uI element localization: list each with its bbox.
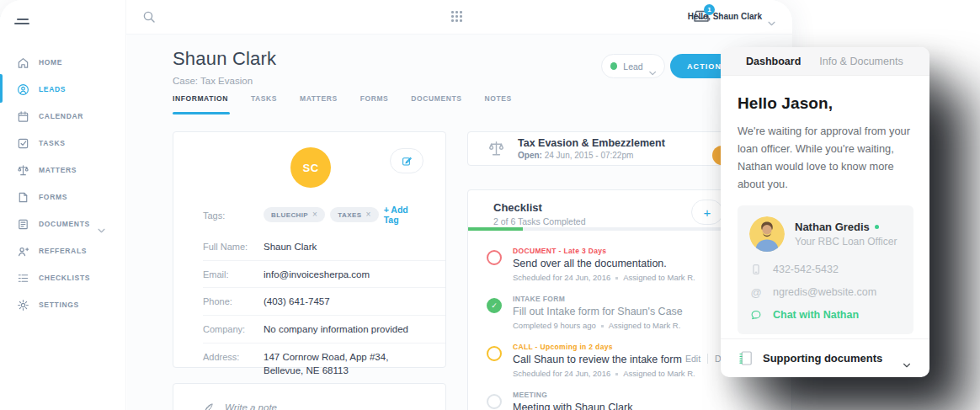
edit-task-link[interactable]: Edit [685,354,700,364]
officer-role: Your RBC Loan Officer [795,236,897,248]
officer-phone-row[interactable]: 432-542-5432 [749,263,902,276]
tab-tasks[interactable]: TASKS [251,94,277,114]
dashboard-widget: Dashboard Info & Documents Hello Jason, … [721,47,929,377]
officer-email-row[interactable]: @ ngredis@website.com [749,285,902,299]
checklist-title: Checklist [493,201,542,214]
supporting-documents-label: Supporting documents [763,352,882,365]
search-icon[interactable] [142,10,156,24]
field-value: info@invoicesherpa.com [264,268,370,282]
add-task-button[interactable]: + [691,200,723,225]
field-row-full-name: Full Name: Shaun Clark [203,233,445,261]
field-row-address: Address: 147 Cornrow Road, App #34, Bell… [203,343,445,384]
sidebar-item-leads[interactable]: LEADS [0,76,125,103]
task-status-circle[interactable]: ✓ [487,298,502,313]
forms-icon [17,191,29,204]
at-icon: @ [749,285,763,299]
address-line-1: 147 Cornrow Road, App #34, [264,352,388,362]
task-status-circle[interactable] [487,250,502,265]
widget-tab-dashboard[interactable]: Dashboard [746,56,801,67]
task-title: Meeting with Shaun Clark [513,402,791,410]
officer-identity: Nathan Gredis Your RBC Loan Officer [795,221,897,248]
sidebar-item-matters[interactable]: MATTERS [0,157,125,184]
field-label: Address: [203,350,264,362]
add-tag-link[interactable]: + Add Tag [384,205,422,225]
matter-open-date: Open: 24 Jun, 2015 - 07:22pm [518,151,665,160]
task-category: MEETING [513,391,791,399]
field-label: Email: [203,268,264,280]
task-assignee: Assigned to Mark R. [609,321,681,330]
refferals-icon [17,245,29,258]
tab-documents[interactable]: DOCUMENTS [411,94,461,114]
documents-icon [17,218,29,231]
sidebar-item-label: CHECKLISTS [39,274,90,282]
note-card[interactable]: Write a note [173,383,446,410]
sidebar-nav: HOME LEADS CALENDAR TASKS MATTERS [0,49,125,318]
contact-info-card: SC Tags: BLUECHIP × TAXES × + Add Tag [173,131,446,368]
sidebar-item-tasks[interactable]: TASKS [0,130,125,157]
officer-name-row: Nathan Gredis [795,221,897,233]
supporting-documents-toggle[interactable]: Supporting documents [721,338,929,377]
contact-fields: Tags: BLUECHIP × TAXES × + Add Tag Full … [203,196,445,384]
matter-open-value: 24 Jun, 2015 - 07:22pm [545,151,634,160]
notebook-icon [739,351,752,365]
tag-chip[interactable]: BLUECHIP × [264,207,325,222]
sidebar-item-calendar[interactable]: CALENDAR [0,103,125,130]
officer-phone: 432-542-5432 [773,264,839,275]
home-icon [17,56,29,69]
task-schedule: Completed 9 hours ago [513,321,596,330]
remove-tag-icon[interactable]: × [365,210,370,219]
chevron-down-icon [768,14,775,19]
page-title: Shaun Clark [173,48,276,70]
detail-tabs: INFORMATION TASKS MATTERS FORMS DOCUMENT… [173,94,512,114]
sidebar-item-label: FORMS [39,193,67,201]
sidebar-item-refferals[interactable]: REFFERALS [0,237,125,264]
settings-icon [17,299,29,311]
task-assignee: Assigned to Mark R. [623,369,695,378]
user-menu[interactable]: Hello, Shaun Clark [688,12,775,21]
checklist-progress-text: 2 of 6 Tasks Completed [493,216,586,226]
widget-tab-info-documents[interactable]: Info & Documents [819,56,903,67]
tab-matters[interactable]: MATTERS [300,94,338,114]
task-status-circle[interactable] [487,346,502,361]
sidebar-item-checklists[interactable]: CHECKLISTS [0,264,125,291]
checklist-item[interactable]: MEETING Meeting with Shaun Clark Schedul… [468,385,791,410]
sidebar: HOME LEADS CALENDAR TASKS MATTERS [0,0,126,410]
field-row-email: Email: info@invoicesherpa.com [203,261,445,289]
sidebar-item-forms[interactable]: FORMS [0,184,125,210]
case-subtitle: Case: Tax Evasion [173,76,253,86]
sidebar-item-label: MATTERS [39,166,77,174]
status-dropdown[interactable]: Lead [601,54,665,78]
apps-grid-icon[interactable] [451,11,463,23]
sidebar-item-home[interactable]: HOME [0,49,125,76]
note-input[interactable]: Write a note [173,384,445,410]
chat-bubble-icon [749,308,763,322]
chat-label: Chat with Nathan [773,309,859,321]
tab-forms[interactable]: FORMS [360,94,389,114]
checklist-progress-fill [468,227,523,231]
edit-icon [402,156,413,167]
remove-tag-icon[interactable]: × [312,210,317,219]
tab-information[interactable]: INFORMATION [173,94,228,114]
chevron-down-icon [903,356,911,361]
user-greeting: Hello, Shaun Clark [688,12,762,21]
tags-row: Tags: BLUECHIP × TAXES × + Add Tag [203,196,445,233]
edit-contact-button[interactable] [390,148,423,173]
sidebar-item-documents[interactable]: DOCUMENTS [0,210,125,237]
field-row-phone: Phone: (403) 641-7457 [203,288,445,316]
officer-name: Nathan Gredis [795,221,870,233]
menu-icon[interactable] [14,19,31,29]
calendar-icon [17,110,29,123]
sidebar-item-settings[interactable]: SETTINGS [0,291,125,318]
topbar: 1 Hello, Shaun Clark [126,0,792,35]
task-status-circle[interactable] [487,394,502,409]
task-assignee: Assigned to Mark R. [623,273,695,282]
tag-label: BLUECHIP [271,211,308,219]
widget-greeting: Hello Jason, [738,94,913,113]
tag-chip[interactable]: TAXES × [330,207,378,222]
officer-email: ngredis@website.com [773,286,876,298]
app-window: HOME LEADS CALENDAR TASKS MATTERS [0,0,792,410]
tab-notes[interactable]: NOTES [484,94,511,114]
chat-with-officer-link[interactable]: Chat with Nathan [749,308,902,322]
status-label: Lead [623,61,642,72]
sidebar-item-label: TASKS [39,139,66,147]
